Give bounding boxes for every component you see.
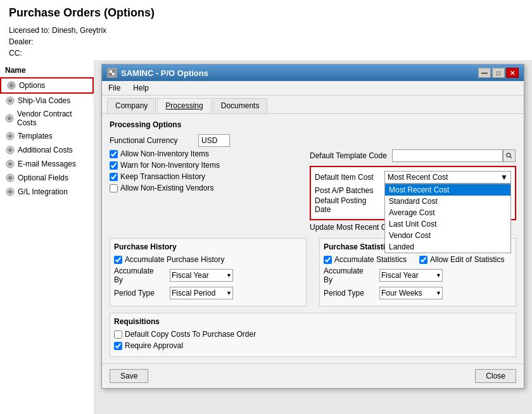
ph-accumulate-by-label: Accumulate By [114, 267, 165, 284]
ps-period-type-row: Period Type Fiscal Period Weekly Four We… [324, 287, 512, 299]
dialog-icon [107, 68, 117, 78]
ps-period-type-select[interactable]: Fiscal Period Weekly Four Weeks [379, 287, 443, 299]
tab-documents[interactable]: Documents [213, 98, 268, 113]
svg-point-5 [8, 116, 11, 120]
warn-non-inventory-label: Warn for Non-Inventory Items [120, 161, 220, 170]
default-template-code-input[interactable] [392, 149, 503, 162]
sidebar-label-vendor-contract: Vendor Contract Costs [17, 110, 89, 127]
ps-accumulate-by-label: Accumulate By [324, 267, 374, 284]
licensed-to-label: Licensed to: [9, 26, 50, 35]
svg-rect-18 [112, 73, 115, 75]
ph-period-type-select[interactable]: Fiscal Period Weekly Four Weeks [170, 287, 233, 299]
cost-option-average[interactable]: Average Cost [385, 207, 510, 218]
vendor-contract-icon [5, 113, 15, 123]
accumulate-purchase-history-row: Accumulate Purchase History [114, 255, 302, 264]
minimize-button[interactable]: — [478, 68, 491, 78]
allow-edit-statistics-label: Allow Edit of Statistics [430, 255, 504, 264]
right-col: Default Template Code Default [310, 149, 516, 232]
ps-period-type-label: Period Type [324, 289, 374, 298]
sidebar-item-templates[interactable]: Templates [0, 129, 94, 143]
accumulate-statistics-check-group: Accumulate Statistics [324, 255, 412, 264]
right-panel: SAMINC - P/O Options — □ ✕ File Help Com… [94, 60, 532, 414]
page-title: Purchase Orders (Options) [9, 6, 523, 20]
svg-point-3 [8, 99, 12, 103]
require-approval-checkbox[interactable] [114, 342, 122, 350]
ps-accumulate-by-wrapper: Fiscal Year Calendar Year ▼ [379, 269, 443, 282]
template-code-search-button[interactable] [503, 149, 516, 162]
dialog-content: Processing Options Functional Currency A… [102, 114, 524, 363]
options-icon [6, 80, 16, 91]
ship-via-icon [5, 96, 15, 106]
additional-costs-icon [5, 145, 15, 155]
warn-non-inventory-checkbox[interactable] [110, 161, 118, 170]
allow-non-existing-vendors-row: Allow Non-Existing Vendors [110, 184, 297, 192]
svg-point-1 [10, 84, 13, 87]
sidebar-item-options[interactable]: Options [0, 77, 94, 94]
allow-non-inventory-row: Allow Non-Inventory Items [110, 149, 297, 158]
close-button[interactable]: Close [475, 369, 516, 383]
cost-option-most-recent[interactable]: Most Recent Cost [385, 184, 510, 196]
accumulate-purchase-history-label: Accumulate Purchase History [125, 255, 224, 264]
svg-point-13 [8, 176, 12, 180]
purchase-history-section: Purchase History Accumulate Purchase His… [110, 238, 307, 306]
cost-option-vendor[interactable]: Vendor Cost [385, 230, 510, 241]
cost-option-last-unit[interactable]: Last Unit Cost [385, 218, 510, 230]
sidebar-item-vendor-contract[interactable]: Vendor Contract Costs [0, 108, 94, 129]
sidebar: Name Options Ship-Via Codes Vendor Contr… [0, 63, 94, 199]
accumulate-purchase-history-checkbox[interactable] [114, 256, 122, 264]
ph-accumulate-by-select[interactable]: Fiscal Year Calendar Year [170, 269, 233, 282]
sidebar-item-optional-fields[interactable]: Optional Fields [0, 171, 94, 185]
default-item-cost-dropdown-container: Most Recent Cost ▼ Most Recent Cost Stan… [384, 171, 511, 184]
functional-currency-row: Functional Currency [110, 134, 516, 147]
svg-point-19 [507, 153, 510, 157]
default-copy-costs-checkbox[interactable] [114, 330, 122, 339]
cost-dropdown-list: Most Recent Cost Standard Cost Average C… [384, 184, 511, 253]
dialog-footer: Save Close [102, 363, 524, 388]
default-item-cost-section: Default Item Cost Most Recent Cost ▼ Mos… [310, 166, 516, 220]
tab-processing[interactable]: Processing [157, 98, 211, 113]
sidebar-item-gl-integration[interactable]: G/L Integration [0, 185, 94, 199]
licensed-to-value: Dinesh, Greytrix [52, 26, 106, 35]
sidebar-item-email-messages[interactable]: E-mail Messages [0, 157, 94, 171]
email-messages-icon [5, 159, 15, 169]
sidebar-header: Name [0, 63, 94, 77]
ph-period-type-label: Period Type [114, 289, 165, 298]
allow-edit-statistics-checkbox[interactable] [419, 256, 428, 264]
accumulate-statistics-checkbox[interactable] [324, 256, 332, 264]
page-header: Purchase Orders (Options) Licensed to: D… [0, 0, 532, 65]
save-button[interactable]: Save [110, 369, 148, 383]
allow-non-existing-vendors-checkbox[interactable] [110, 184, 118, 192]
default-item-cost-row: Default Item Cost Most Recent Cost ▼ Mos… [315, 171, 511, 184]
keep-transaction-history-checkbox[interactable] [110, 173, 118, 181]
optional-fields-icon [5, 173, 15, 183]
svg-rect-17 [110, 70, 112, 73]
keep-transaction-history-label: Keep Transaction History [120, 172, 205, 181]
default-item-cost-select[interactable]: Most Recent Cost ▼ [384, 171, 511, 184]
cc-label: CC: [9, 49, 22, 58]
ps-accumulate-by-select[interactable]: Fiscal Year Calendar Year [379, 269, 443, 282]
page-outer: Purchase Orders (Options) Licensed to: D… [0, 0, 532, 414]
ph-accumulate-by-wrapper: Fiscal Year Calendar Year ▼ [170, 269, 233, 282]
cost-option-landed[interactable]: Landed [385, 241, 510, 253]
maximize-button[interactable]: □ [492, 68, 505, 78]
dealer-label: Dealer: [9, 37, 34, 46]
svg-line-20 [510, 157, 512, 159]
sidebar-item-additional-costs[interactable]: Additional Costs [0, 143, 94, 157]
functional-currency-input[interactable] [198, 134, 230, 147]
sidebar-item-ship-via[interactable]: Ship-Via Codes [0, 94, 94, 108]
post-ap-batches-label: Post A/P Batches [315, 186, 384, 195]
checkboxes-col: Allow Non-Inventory Items Warn for Non-I… [110, 149, 297, 232]
menu-file[interactable]: File [106, 82, 123, 94]
sidebar-label-templates: Templates [18, 132, 53, 141]
sidebar-label-optional-fields: Optional Fields [18, 173, 68, 182]
menu-help[interactable]: Help [130, 82, 151, 94]
tab-company[interactable]: Company [107, 98, 156, 113]
cost-option-standard[interactable]: Standard Cost [385, 196, 510, 207]
allow-edit-statistics-check-group: Allow Edit of Statistics [419, 255, 504, 264]
close-window-button[interactable]: ✕ [506, 68, 519, 78]
two-col-section: Allow Non-Inventory Items Warn for Non-I… [110, 149, 516, 232]
default-item-cost-label: Default Item Cost [315, 173, 384, 182]
titlebar-buttons: — □ ✕ [478, 68, 519, 78]
require-approval-label: Require Approval [125, 341, 183, 350]
allow-non-inventory-checkbox[interactable] [110, 150, 118, 158]
